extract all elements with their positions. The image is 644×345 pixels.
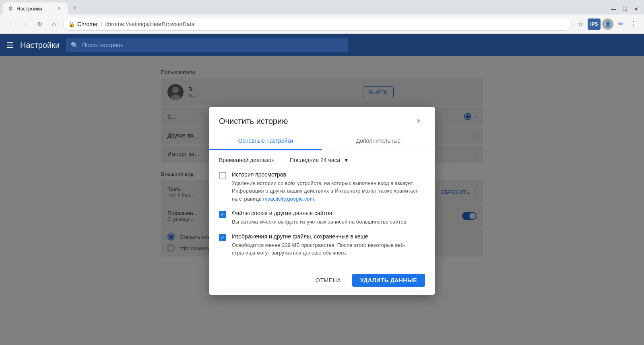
cookies-title: Файлы cookie и другие данные сайтов: [232, 210, 425, 216]
bookmark-icon: ☆: [578, 20, 583, 28]
restore-button[interactable]: ❐: [620, 5, 630, 13]
dialog-header: Очистить историю ×: [209, 107, 435, 128]
profile-icon: 👤: [605, 21, 611, 27]
cache-checkbox[interactable]: ✓: [219, 234, 226, 241]
cache-checkbox-item: ✓ Изображения и другие файлы, сохраненны…: [219, 233, 425, 257]
refresh-icon: ↻: [37, 20, 42, 28]
tab-advanced[interactable]: Дополнительные: [322, 133, 435, 150]
url-lock-icon: 🔒: [68, 21, 75, 27]
tab-close-button[interactable]: ×: [56, 5, 63, 12]
cache-title: Изображения и другие файлы, сохраненные …: [232, 233, 425, 240]
toolbar-right: ☆ IPS 👤 ✏ ⋮: [575, 18, 639, 30]
settings-title: Настройки: [20, 41, 60, 50]
refresh-button[interactable]: ↻: [34, 18, 45, 30]
pencil-button[interactable]: ✏: [615, 18, 626, 30]
time-range-arrow: ▼: [343, 157, 349, 163]
delete-data-button[interactable]: УДАЛИТЬ ДАННЫЕ: [352, 274, 425, 287]
profile-button[interactable]: 👤: [602, 18, 613, 30]
cookies-checkmark: ✓: [221, 212, 225, 217]
address-bar: ‹ › ↻ ⌂ 🔒 Chrome | chrome://settings/cle…: [0, 14, 644, 34]
new-tab-button[interactable]: +: [69, 2, 80, 14]
menu-button[interactable]: ⋮: [628, 18, 639, 30]
sidebar-toggle-icon[interactable]: ☰: [6, 40, 14, 50]
tab-title: Настройки: [17, 6, 42, 12]
home-button[interactable]: ⌂: [48, 18, 60, 30]
browser-window: ⚙ Настройки × + — ❐ ✕ ‹ › ↻ ⌂ 🔒 Chrome |: [0, 0, 644, 345]
history-desc: Удаление истории со всех устройств, на к…: [232, 179, 425, 203]
url-bar[interactable]: 🔒 Chrome | chrome://settings/clearBrowse…: [63, 18, 572, 31]
settings-header: ☰ Настройки 🔍 Поиск настроек: [0, 34, 644, 56]
clear-history-dialog: Очистить историю × Основные настройки До…: [209, 107, 435, 295]
search-bar[interactable]: 🔍 Поиск настроек: [66, 38, 348, 52]
minimize-button[interactable]: —: [609, 5, 619, 13]
cache-content: Изображения и другие файлы, сохраненные …: [232, 233, 425, 257]
time-range-row: Временной диапазон Последние 24 часа ▼: [219, 157, 425, 163]
search-icon: 🔍: [71, 41, 79, 49]
cookies-checkbox-item: ✓ Файлы cookie и другие данные сайтов Вы…: [219, 210, 425, 226]
dialog-close-button[interactable]: ×: [412, 115, 425, 128]
url-path: chrome://settings/clearBrowserData: [105, 21, 194, 27]
history-content: История просмотров Удаление истории со в…: [232, 171, 425, 203]
main-content: Пользователи В... ю...: [0, 56, 644, 345]
extensions-label: IPS: [590, 21, 598, 27]
dialog-footer: ОТМЕНА УДАЛИТЬ ДАННЫЕ: [209, 271, 435, 295]
url-scheme: Chrome: [77, 21, 97, 27]
cache-desc: Освободится менее 239 МБ пространства. П…: [232, 241, 425, 257]
dialog-body: Временной диапазон Последние 24 часа ▼ И…: [209, 150, 435, 271]
back-button[interactable]: ‹: [5, 18, 16, 30]
pencil-icon: ✏: [618, 20, 623, 28]
url-separator: |: [101, 21, 102, 27]
forward-button[interactable]: ›: [19, 18, 31, 30]
cookies-desc: Вы автоматически выйдете из учетных запи…: [232, 218, 425, 226]
dialog-title: Очистить историю: [219, 117, 288, 126]
active-tab[interactable]: ⚙ Настройки ×: [3, 2, 68, 14]
bookmark-button[interactable]: ☆: [575, 18, 586, 30]
extensions-button[interactable]: IPS: [588, 18, 601, 30]
modal-overlay: Очистить историю × Основные настройки До…: [0, 56, 644, 345]
title-bar: ⚙ Настройки × + — ❐ ✕: [0, 0, 644, 14]
tab-settings-icon: ⚙: [8, 5, 13, 12]
time-range-select[interactable]: Последние 24 часа ▼: [290, 157, 349, 163]
history-checkbox[interactable]: [219, 172, 226, 179]
cookies-checkbox[interactable]: ✓: [219, 211, 226, 218]
time-range-label: Временной диапазон: [219, 157, 283, 163]
search-placeholder: Поиск настроек: [82, 42, 123, 48]
forward-icon: ›: [24, 21, 26, 28]
cache-checkmark: ✓: [221, 235, 225, 240]
home-icon: ⌂: [52, 21, 56, 28]
cancel-button[interactable]: ОТМЕНА: [308, 274, 349, 287]
window-controls: — ❐ ✕: [609, 5, 641, 13]
dialog-tabs: Основные настройки Дополнительные: [209, 133, 435, 150]
activity-link[interactable]: myactivity.google.com: [263, 196, 314, 202]
time-range-value: Последние 24 часа: [290, 157, 340, 163]
history-checkbox-item: История просмотров Удаление истории со в…: [219, 171, 425, 203]
cookies-content: Файлы cookie и другие данные сайтов Вы а…: [232, 210, 425, 226]
menu-icon: ⋮: [630, 20, 637, 28]
history-title: История просмотров: [232, 171, 425, 178]
close-button[interactable]: ✕: [632, 5, 641, 13]
tab-basic[interactable]: Основные настройки: [209, 133, 322, 150]
back-icon: ‹: [9, 21, 11, 28]
